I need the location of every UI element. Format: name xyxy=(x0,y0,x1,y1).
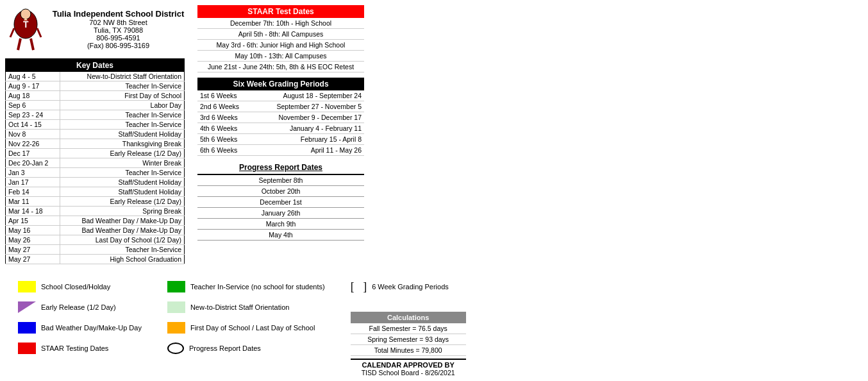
table-row: May 27Teacher In-Service xyxy=(6,245,185,255)
staar-row-text: May 3rd - 6th: Junior High and High Scho… xyxy=(197,40,364,51)
key-date-date: Oct 14 - 15 xyxy=(6,120,60,130)
progress-row-text: September 8th xyxy=(197,174,364,186)
legend-first-day-label: First Day of School / Last Day of School xyxy=(190,324,315,332)
key-date-date: Nov 8 xyxy=(6,130,60,139)
key-date-date: May 26 xyxy=(6,235,60,245)
table-row: September 8th xyxy=(197,174,364,186)
progress-row-text: May 4th xyxy=(197,230,364,241)
staar-header: STAAR Test Dates xyxy=(197,5,364,18)
table-row: May 4th xyxy=(197,230,364,241)
legend-progress-label: Progress Report Dates xyxy=(189,344,261,352)
six-week-dates: November 9 - December 17 xyxy=(253,112,364,123)
key-date-event: Thanksgiving Break xyxy=(60,139,185,149)
svg-line-5 xyxy=(10,28,14,37)
key-date-event: Bad Weather Day / Make-Up Day xyxy=(60,226,185,235)
key-dates-body: Aug 4 - 5New-to-District Staff Orientati… xyxy=(6,72,185,264)
yellow-box-icon xyxy=(18,281,36,292)
table-row: May 10th - 13th: All Campuses xyxy=(197,51,364,62)
six-week-body: 1st 6 WeeksAugust 18 - September 242nd 6… xyxy=(197,90,364,156)
school-address-1: 702 NW 8th Street xyxy=(52,19,185,26)
calc-body: Fall Semester = 76.5 daysSpring Semester… xyxy=(351,323,466,356)
table-row: Aug 18First Day of School xyxy=(6,91,185,101)
school-phone: 806-995-4591 xyxy=(52,34,185,42)
legend-school-closed: School Closed/Holday xyxy=(18,281,142,292)
legend-early-release-label: Early Release (1/2 Day) xyxy=(41,303,116,311)
table-row: 6th 6 WeeksApril 11 - May 26 xyxy=(197,145,364,156)
calculations-header: Calculations xyxy=(351,312,466,323)
legend-teacher-inservice: Teacher In-Service (no school for studen… xyxy=(167,281,325,292)
table-row: Sep 23 - 24Teacher In-Service xyxy=(6,110,185,120)
key-date-date: Feb 14 xyxy=(6,187,60,197)
staar-table: STAAR Test Dates December 7th: 10th - Hi… xyxy=(197,5,364,72)
main-container: T Tulia Independent School District 702 … xyxy=(0,0,868,381)
calculations-table: Calculations Fall Semester = 76.5 daysSp… xyxy=(351,312,466,356)
key-date-date: May 27 xyxy=(6,255,60,264)
table-row: Total Minutes = 79,800 xyxy=(351,345,466,356)
key-date-event: Teacher In-Service xyxy=(60,110,185,120)
school-name: Tulia Independent School District xyxy=(52,9,185,19)
calc-row-text: Spring Semester = 93 days xyxy=(351,334,466,345)
key-date-date: May 16 xyxy=(6,226,60,235)
legend-col-1: School Closed/Holday Early Release (1/2 … xyxy=(18,281,142,354)
key-date-date: Mar 11 xyxy=(6,197,60,207)
table-row: Nov 8Staff/Student Holiday xyxy=(6,130,185,139)
six-week-label: 1st 6 Weeks xyxy=(197,90,253,101)
key-date-event: Winter Break xyxy=(60,158,185,168)
table-row: Fall Semester = 76.5 days xyxy=(351,323,466,334)
oval-icon xyxy=(167,343,184,354)
six-week-dates: September 27 - November 5 xyxy=(253,101,364,112)
table-row: May 26Last Day of School (1/2 Day) xyxy=(6,235,185,245)
staar-row-text: December 7th: 10th - High School xyxy=(197,18,364,29)
table-row: Spring Semester = 93 days xyxy=(351,334,466,345)
six-week-dates: February 15 - April 8 xyxy=(253,134,364,145)
six-week-header: Six Week Grading Periods xyxy=(197,78,364,90)
progress-row-text: December 1st xyxy=(197,197,364,208)
legend-teacher-inservice-label: Teacher In-Service (no school for studen… xyxy=(190,283,325,291)
six-week-dates: August 18 - September 24 xyxy=(253,90,364,101)
staar-row-text: April 5th - 8th: All Campuses xyxy=(197,29,364,40)
key-date-date: Mar 14 - 18 xyxy=(6,207,60,216)
table-row: May 16Bad Weather Day / Make-Up Day xyxy=(6,226,185,235)
key-date-date: Aug 4 - 5 xyxy=(6,72,60,81)
key-date-event: Last Day of School (1/2 Day) xyxy=(60,235,185,245)
key-date-date: Dec 20-Jan 2 xyxy=(6,158,60,168)
key-date-date: Dec 17 xyxy=(6,149,60,158)
table-row: March 9th xyxy=(197,219,364,230)
six-week-dates: April 11 - May 26 xyxy=(253,145,364,156)
table-row: Mar 11Early Release (1/2 Day) xyxy=(6,197,185,207)
school-header: T Tulia Independent School District 702 … xyxy=(5,5,185,53)
table-row: June 21st - June 24th: 5th, 8th & HS EOC… xyxy=(197,62,364,72)
svg-line-4 xyxy=(31,38,33,50)
staar-body: December 7th: 10th - High SchoolApril 5t… xyxy=(197,18,364,72)
key-date-event: Staff/Student Holiday xyxy=(60,130,185,139)
progress-row-text: January 26th xyxy=(197,208,364,219)
progress-row-text: March 9th xyxy=(197,219,364,230)
school-fax: (Fax) 806-995-3169 xyxy=(52,42,185,49)
legend-staar-label: STAAR Testing Dates xyxy=(41,344,108,352)
key-date-date: Jan 17 xyxy=(6,178,60,187)
table-row: Aug 4 - 5New-to-District Staff Orientati… xyxy=(6,72,185,81)
approved-board: TISD School Board - 8/26/2021 xyxy=(351,369,466,377)
progress-table: Progress Report Dates September 8thOctob… xyxy=(197,161,364,241)
legend-bad-weather: Bad Weather Day/Make-Up Day xyxy=(18,322,142,334)
key-date-date: Apr 15 xyxy=(6,216,60,226)
red-box-icon xyxy=(18,343,36,354)
lightgreen-box-icon xyxy=(167,301,185,313)
key-date-event: Bad Weather Day / Make-Up Day xyxy=(60,216,185,226)
legend-progress: Progress Report Dates xyxy=(167,343,325,354)
legend-col-2: Teacher In-Service (no school for studen… xyxy=(167,281,325,354)
key-date-event: First Day of School xyxy=(60,91,185,101)
key-date-date: Sep 23 - 24 xyxy=(6,110,60,120)
table-row: December 1st xyxy=(197,197,364,208)
progress-row-text: October 20th xyxy=(197,186,364,197)
legend-first-day: First Day of School / Last Day of School xyxy=(167,322,325,334)
six-week-label: 3rd 6 Weeks xyxy=(197,112,253,123)
bracket-icon: [ ] xyxy=(351,281,367,292)
key-date-event: Teacher In-Service xyxy=(60,81,185,91)
table-row: April 5th - 8th: All Campuses xyxy=(197,29,364,40)
legend-new-district-label: New-to-District Staff Orientation xyxy=(190,303,289,311)
key-date-event: Labor Day xyxy=(60,101,185,110)
staar-row-text: June 21st - June 24th: 5th, 8th & HS EOC… xyxy=(197,62,364,72)
key-date-event: New-to-District Staff Orientation xyxy=(60,72,185,81)
table-row: Dec 17Early Release (1/2 Day) xyxy=(6,149,185,158)
